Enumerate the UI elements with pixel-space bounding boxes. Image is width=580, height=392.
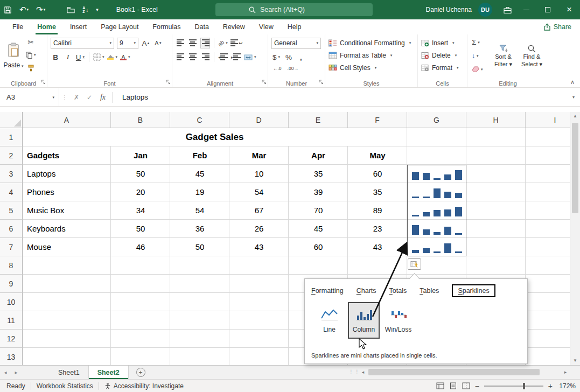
row-header-5[interactable]: 5 (0, 201, 23, 220)
alignment-dialog-launcher-icon[interactable] (262, 78, 267, 86)
cell-value[interactable]: 35 (348, 183, 407, 201)
cell-mouse[interactable]: Mouse (23, 238, 110, 256)
orientation-button[interactable]: ab▾ (218, 38, 228, 48)
cell-value[interactable]: 89 (348, 201, 407, 219)
cell-phones[interactable]: Phones (23, 183, 110, 201)
cell-value[interactable]: 39 (289, 183, 348, 201)
sparkline-cell-laptops[interactable] (408, 166, 466, 182)
underline-button[interactable]: U▾ (75, 52, 85, 62)
cell-laptops[interactable]: Laptops (23, 165, 110, 183)
zoom-out-button[interactable]: − (475, 382, 479, 390)
tab-page-layout[interactable]: Page Layout (94, 19, 145, 34)
row-header-9[interactable]: 9 (0, 275, 23, 293)
maximize-button[interactable] (537, 0, 558, 19)
copy-button[interactable]: ▾ (26, 48, 36, 61)
cell-header-mar[interactable]: Mar (229, 146, 289, 164)
row-header-6[interactable]: 6 (0, 220, 23, 238)
accessibility-status[interactable]: Accessibility: Investigate (104, 382, 184, 390)
qa-option-column[interactable]: Column (348, 302, 380, 339)
increase-font-button[interactable]: A▲ (141, 38, 151, 48)
decrease-decimal-button[interactable]: .00→ (286, 63, 300, 74)
cell-value[interactable]: 23 (348, 220, 407, 237)
column-header-i[interactable]: I (526, 112, 570, 128)
cancel-entry-button[interactable]: ✗ (70, 94, 83, 101)
align-right-button[interactable] (200, 52, 210, 62)
cell-value[interactable]: 43 (348, 238, 407, 256)
number-dialog-launcher-icon[interactable] (319, 78, 324, 86)
conditional-formatting-button[interactable]: Conditional Formatting▾ (329, 37, 415, 49)
sheet-tab-sheet1[interactable]: Sheet1 (50, 366, 89, 379)
tab-review[interactable]: Review (216, 19, 252, 34)
tab-file[interactable]: File (5, 19, 30, 34)
row-header-2[interactable]: 2 (0, 146, 23, 165)
cell-header-apr[interactable]: Apr (289, 146, 348, 164)
qa-tab-formatting[interactable]: Formatting (311, 286, 344, 296)
align-middle-button[interactable] (188, 38, 198, 48)
horizontal-scrollbar[interactable]: ◂ ▸ (359, 368, 570, 376)
cell-value[interactable]: 45 (289, 220, 348, 237)
increase-indent-button[interactable]: ▸ (231, 52, 241, 62)
search-input[interactable]: Search (Alt+Q) (215, 3, 373, 16)
qa-tab-charts[interactable]: Charts (357, 286, 376, 296)
scrollbar-thumb[interactable] (368, 369, 540, 375)
close-button[interactable]: × (558, 0, 580, 19)
row-header-1[interactable]: 1 (0, 128, 23, 146)
cell-value[interactable]: 60 (348, 165, 407, 183)
scroll-right-icon[interactable]: ▸ (561, 369, 570, 375)
quick-analysis-button[interactable] (408, 258, 421, 270)
sparkline-cell-mouse[interactable] (408, 239, 466, 255)
qat-customize-chevron-icon[interactable]: ▾ (92, 0, 102, 19)
format-painter-button[interactable] (26, 61, 36, 74)
cell-value[interactable]: 67 (229, 201, 289, 219)
cell-value[interactable]: 36 (170, 220, 229, 237)
wrap-text-button[interactable]: ↩ (230, 38, 243, 48)
scroll-down-icon[interactable]: ▼ (570, 356, 580, 365)
row-header-3[interactable]: 3 (0, 165, 23, 183)
bold-button[interactable]: B (51, 52, 60, 62)
cell-header-gadgets[interactable]: Gadgets (23, 146, 110, 164)
cell-header-feb[interactable]: Feb (170, 146, 229, 164)
column-header-f[interactable]: F (348, 112, 407, 128)
font-size-combo[interactable]: 9▾ (117, 38, 138, 49)
tab-formulas[interactable]: Formulas (145, 19, 187, 34)
avatar[interactable]: DU (478, 3, 492, 17)
sort-az-icon[interactable]: AZ↓ (79, 0, 92, 19)
qa-tab-totals[interactable]: Totals (389, 286, 407, 296)
cell-value[interactable]: 20 (111, 183, 170, 201)
row-header-12[interactable]: 12 (0, 330, 23, 348)
fill-color-button[interactable]: ▾ (107, 52, 118, 62)
scrollbar-track[interactable] (367, 368, 561, 376)
cell-value[interactable]: 50 (111, 220, 170, 237)
fill-button[interactable]: ↓▾ (471, 49, 489, 62)
increase-decimal-button[interactable]: ←.0 (271, 63, 283, 74)
sparkline-cell-keyboards[interactable] (408, 221, 466, 237)
autosum-button[interactable]: Σ▾ (471, 36, 489, 49)
zoom-slider[interactable] (484, 386, 543, 387)
undo-button[interactable]: ↶▾ (16, 0, 32, 19)
new-sheet-button[interactable]: + (136, 368, 145, 377)
sparkline-cell-phones[interactable] (408, 184, 466, 200)
comma-style-button[interactable]: , (296, 52, 306, 62)
cell-value[interactable]: 34 (111, 201, 170, 219)
cell-value[interactable]: 46 (111, 238, 170, 256)
sort-filter-button[interactable]: Sort &Filter ▾ (489, 36, 518, 76)
accounting-format-button[interactable]: $▾ (271, 52, 281, 62)
cell-value[interactable]: 26 (229, 220, 289, 237)
qa-option-line[interactable]: Line (313, 302, 345, 339)
scroll-left-icon[interactable]: ◂ (359, 369, 367, 375)
formula-bar-expand-icon[interactable]: ▾ (572, 95, 575, 100)
cell-value[interactable]: 45 (170, 165, 229, 183)
tab-home[interactable]: Home (30, 19, 63, 34)
zoom-slider-thumb[interactable] (523, 383, 525, 389)
align-bottom-button[interactable] (200, 38, 210, 48)
font-name-combo[interactable]: Calibri▾ (51, 38, 114, 49)
vertical-scrollbar[interactable]: ▲ ▼ (570, 112, 580, 365)
column-header-d[interactable]: D (229, 112, 289, 128)
column-header-e[interactable]: E (289, 112, 348, 128)
sheet-tab-sheet2[interactable]: Sheet2 (89, 366, 129, 379)
tab-view[interactable]: View (252, 19, 281, 34)
cell-value[interactable]: 19 (170, 183, 229, 201)
insert-function-button[interactable]: fx (96, 93, 110, 102)
name-box[interactable]: A3▾ (0, 88, 59, 106)
decrease-font-button[interactable]: A▼ (153, 38, 163, 48)
